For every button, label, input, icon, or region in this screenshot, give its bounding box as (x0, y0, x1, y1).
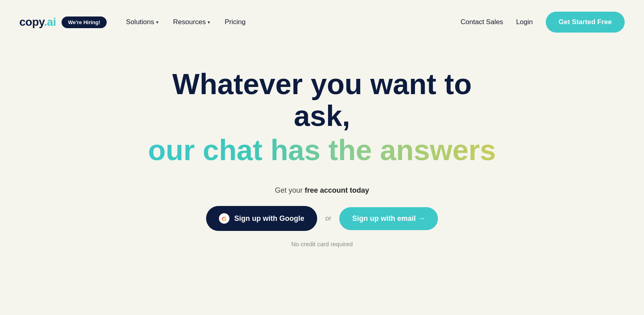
hero-headline-1: Whatever you want to ask, (141, 68, 503, 132)
hero-gradient-text: our chat has the answers (148, 134, 496, 166)
email-btn-label: Sign up with email → (352, 214, 425, 223)
logo-area: copy.ai We're Hiring! (19, 16, 107, 29)
cta-buttons: G Sign up with Google or Sign up with em… (206, 206, 438, 231)
logo: copy.ai (19, 16, 56, 29)
navbar: copy.ai We're Hiring! Solutions ▾ Resour… (0, 0, 644, 44)
google-icon: G (219, 213, 229, 224)
hero-section: Whatever you want to ask, our chat has t… (0, 44, 644, 264)
cta-subtitle: Get your free account today (275, 186, 369, 195)
hiring-badge[interactable]: We're Hiring! (62, 16, 107, 28)
google-signup-button[interactable]: G Sign up with Google (206, 206, 317, 231)
nav-pricing[interactable]: Pricing (225, 18, 246, 26)
google-btn-label: Sign up with Google (234, 214, 304, 223)
logo-copy: copy (19, 16, 44, 28)
email-signup-button[interactable]: Sign up with email → (339, 207, 438, 230)
logo-dot: .ai (44, 16, 56, 28)
chevron-down-icon: ▾ (156, 20, 159, 25)
nav-links: Solutions ▾ Resources ▾ Pricing (126, 18, 460, 26)
cta-subtitle-bold: free account today (305, 186, 369, 194)
contact-sales-link[interactable]: Contact Sales (460, 18, 503, 26)
nav-right: Contact Sales Login Get Started Free (460, 12, 625, 33)
nav-solutions[interactable]: Solutions ▾ (126, 18, 159, 26)
get-started-button[interactable]: Get Started Free (546, 12, 625, 33)
nav-resources[interactable]: Resources ▾ (173, 18, 210, 26)
hero-headline-2: our chat has the answers (148, 134, 496, 167)
chevron-down-icon: ▾ (208, 20, 210, 25)
login-link[interactable]: Login (516, 18, 533, 26)
no-credit-card-text: No credit card required (291, 241, 353, 247)
or-divider: or (325, 214, 331, 222)
